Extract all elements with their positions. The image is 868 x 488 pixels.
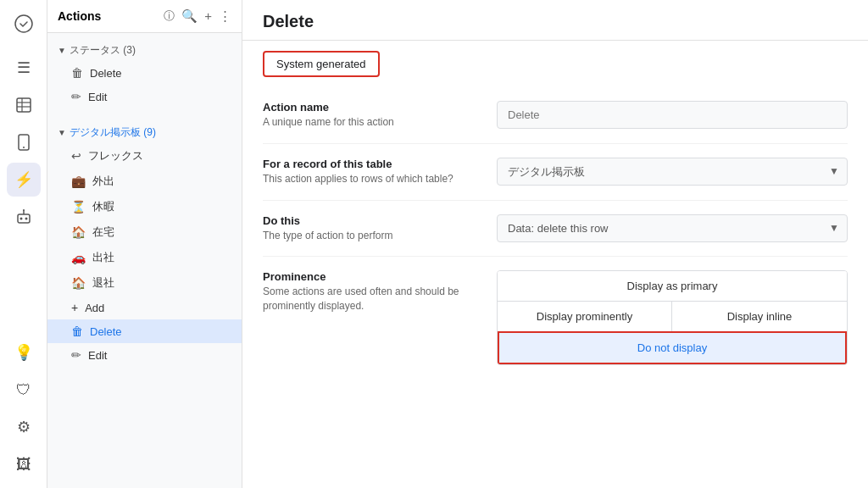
svg-point-6 bbox=[23, 147, 25, 148]
main-header: Delete bbox=[242, 0, 868, 41]
form-control-do-this: Data: delete this row ▼ bbox=[497, 214, 848, 242]
table-select-wrapper: デジタル掲示板 ▼ bbox=[497, 158, 848, 186]
search-icon[interactable]: 🔍 bbox=[181, 8, 198, 24]
gaishutsu-icon: 💼 bbox=[71, 175, 86, 188]
display-primary-button[interactable]: Display as primary bbox=[498, 271, 847, 302]
sidebar-item-zaitaku[interactable]: 🏠 在宅 bbox=[47, 219, 242, 245]
sidebar-header-actions: 🔍 + ⋮ bbox=[181, 8, 231, 24]
form-row-do-this: Do this The type of action to perform Da… bbox=[263, 201, 848, 258]
group-statuses: ▼ ステータス (3) 🗑 Delete ✏ Edit bbox=[47, 33, 242, 115]
form-label-col-action-name: Action name A unique name for this actio… bbox=[263, 101, 483, 130]
sidebar-item-label: Edit bbox=[88, 349, 107, 362]
group-digital-board: ▼ デジタル掲示板 (9) ↩ フレックス 💼 外出 ⏳ 休暇 🏠 在宅 🚗 出… bbox=[47, 115, 242, 374]
sidebar-title: Actions bbox=[58, 9, 157, 23]
action-name-input[interactable] bbox=[497, 101, 848, 129]
sidebar-item-label: Add bbox=[85, 302, 104, 314]
icon-rail: ☰ ⚡ 💡 🛡 ⚙ 🖼 bbox=[0, 0, 47, 488]
form-row-action-name: Action name A unique name for this actio… bbox=[263, 87, 848, 144]
sidebar-header: Actions ⓘ 🔍 + ⋮ bbox=[47, 0, 242, 33]
shussya-icon: 🚗 bbox=[71, 251, 86, 264]
action-name-desc: A unique name for this action bbox=[263, 115, 483, 130]
sidebar-item-label: フレックス bbox=[88, 148, 143, 164]
group-label-statuses: ステータス (3) bbox=[70, 43, 136, 58]
do-not-display-button[interactable]: Do not display bbox=[498, 331, 847, 364]
system-generated-badge: System generated bbox=[242, 41, 868, 87]
prominence-desc: Some actions are used often and should b… bbox=[263, 285, 483, 313]
display-prominently-button[interactable]: Display prominently bbox=[498, 302, 672, 331]
trash-icon: 🗑 bbox=[71, 324, 83, 338]
zaitaku-icon: 🏠 bbox=[71, 225, 86, 239]
sidebar-item-label: 退社 bbox=[92, 275, 114, 291]
shield-icon[interactable]: 🛡 bbox=[7, 373, 41, 407]
form-row-prominence: Prominence Some actions are used often a… bbox=[263, 257, 848, 379]
svg-rect-7 bbox=[18, 214, 30, 223]
table-select[interactable]: デジタル掲示板 bbox=[497, 158, 848, 186]
taisya-icon: 🏠 bbox=[71, 276, 86, 290]
main-content: Delete System generated Action name A un… bbox=[242, 0, 868, 488]
group-header-digital-board[interactable]: ▼ デジタル掲示板 (9) bbox=[47, 122, 242, 143]
sidebar-item-edit-status[interactable]: ✏ Edit bbox=[47, 85, 242, 108]
sidebar-item-delete-board[interactable]: 🗑 Delete bbox=[47, 319, 242, 343]
group-label-digital-board: デジタル掲示板 (9) bbox=[70, 125, 156, 140]
sidebar-item-flex[interactable]: ↩ フレックス bbox=[47, 143, 242, 169]
sidebar-item-label: 外出 bbox=[92, 174, 114, 189]
form-control-table: デジタル掲示板 ▼ bbox=[497, 158, 848, 186]
do-this-select[interactable]: Data: delete this row bbox=[497, 214, 848, 242]
robot-icon[interactable] bbox=[7, 200, 41, 234]
table-icon[interactable] bbox=[7, 88, 41, 122]
display-inline-button[interactable]: Display inline bbox=[672, 302, 847, 331]
action-name-label: Action name bbox=[263, 101, 483, 114]
svg-point-8 bbox=[19, 218, 22, 220]
action-form: Action name A unique name for this actio… bbox=[242, 87, 868, 379]
sidebar-item-label: Delete bbox=[90, 325, 122, 338]
lightning-icon[interactable]: ⚡ bbox=[7, 163, 41, 197]
settings-icon[interactable]: ⚙ bbox=[7, 410, 41, 444]
form-control-prominence: Display as primary Display prominently D… bbox=[497, 270, 848, 365]
kyuka-icon: ⏳ bbox=[71, 200, 86, 214]
edit-icon: ✏ bbox=[71, 90, 81, 103]
sidebar-item-label: 在宅 bbox=[92, 225, 114, 240]
table-label: For a record of this table bbox=[263, 158, 483, 170]
sidebar-item-add[interactable]: + Add bbox=[47, 296, 242, 319]
prominence-grid: Display as primary Display prominently D… bbox=[497, 270, 848, 365]
info-icon: ⓘ bbox=[164, 8, 175, 24]
svg-rect-1 bbox=[17, 98, 31, 112]
form-control-action-name bbox=[497, 101, 848, 129]
sidebar: Actions ⓘ 🔍 + ⋮ ▼ ステータス (3) 🗑 Delete ✏ E… bbox=[47, 0, 242, 488]
more-menu-icon[interactable]: ⋮ bbox=[219, 8, 231, 24]
plus-icon: + bbox=[71, 301, 78, 314]
sidebar-item-label: Edit bbox=[88, 91, 107, 103]
sidebar-item-edit-board[interactable]: ✏ Edit bbox=[47, 343, 242, 367]
table-desc: This action applies to rows of which tab… bbox=[263, 172, 483, 186]
sidebar-item-label: Delete bbox=[90, 67, 122, 80]
mobile-icon[interactable] bbox=[7, 125, 41, 159]
sidebar-item-label: 出社 bbox=[92, 250, 114, 265]
group-header-statuses[interactable]: ▼ ステータス (3) bbox=[47, 40, 242, 61]
prominence-label: Prominence bbox=[263, 270, 483, 283]
app-logo-icon[interactable] bbox=[7, 7, 41, 41]
do-this-desc: The type of action to perform bbox=[263, 229, 483, 243]
trash-icon: 🗑 bbox=[71, 66, 83, 80]
collapse-icon: ▼ bbox=[58, 128, 66, 137]
flex-icon: ↩ bbox=[71, 149, 81, 163]
do-this-select-wrapper: Data: delete this row ▼ bbox=[497, 214, 848, 242]
svg-point-9 bbox=[25, 218, 27, 220]
sidebar-item-delete-status[interactable]: 🗑 Delete bbox=[47, 61, 242, 85]
svg-point-0 bbox=[15, 15, 32, 32]
form-label-col-prominence: Prominence Some actions are used often a… bbox=[263, 270, 483, 313]
sidebar-item-gaishutsu[interactable]: 💼 外出 bbox=[47, 169, 242, 194]
sidebar-item-taisya[interactable]: 🏠 退社 bbox=[47, 270, 242, 296]
add-action-button[interactable]: + bbox=[204, 8, 212, 24]
sidebar-item-shussya[interactable]: 🚗 出社 bbox=[47, 245, 242, 270]
edit-icon: ✏ bbox=[71, 348, 81, 362]
image-icon[interactable]: 🖼 bbox=[7, 447, 41, 481]
bulb-icon[interactable]: 💡 bbox=[7, 336, 41, 369]
sidebar-item-label: 休暇 bbox=[92, 199, 114, 214]
do-this-label: Do this bbox=[263, 214, 483, 227]
sidebar-item-kyuka[interactable]: ⏳ 休暇 bbox=[47, 194, 242, 219]
form-label-col-table: For a record of this table This action a… bbox=[263, 158, 483, 186]
grid-icon[interactable]: ☰ bbox=[7, 51, 41, 85]
collapse-icon: ▼ bbox=[58, 46, 66, 55]
svg-point-11 bbox=[23, 209, 25, 211]
form-label-col-do-this: Do this The type of action to perform bbox=[263, 214, 483, 243]
